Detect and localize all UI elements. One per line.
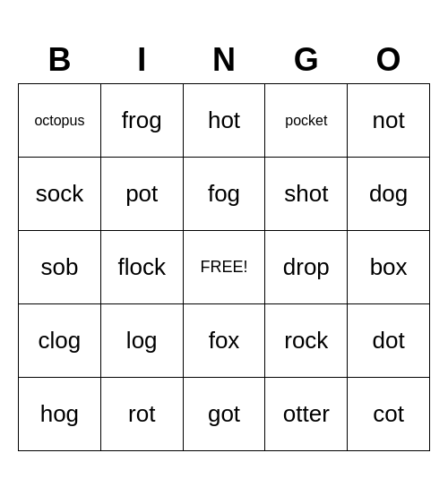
bingo-cell-r0-c0: octopus <box>19 84 101 158</box>
bingo-cell-r4-c3: otter <box>265 378 348 451</box>
header-cell-n: N <box>183 36 265 84</box>
bingo-cell-r1-c0: sock <box>19 158 101 231</box>
bingo-card: BINGO octopusfroghotpocketnotsockpotfogs… <box>18 36 430 452</box>
bingo-cell-r4-c1: rot <box>100 378 183 451</box>
bingo-cell-r3-c0: clog <box>19 304 101 378</box>
header-cell-o: O <box>348 36 430 84</box>
bingo-cell-r0-c4: not <box>348 84 430 158</box>
bingo-cell-r3-c3: rock <box>265 304 348 378</box>
bingo-row-2: sobflockFREE!dropbox <box>19 231 430 304</box>
bingo-cell-r1-c4: dog <box>348 158 430 231</box>
bingo-cell-r2-c4: box <box>348 231 430 304</box>
bingo-row-3: cloglogfoxrockdot <box>19 304 430 378</box>
bingo-cell-r4-c2: got <box>183 378 265 451</box>
bingo-cell-r1-c2: fog <box>183 158 265 231</box>
bingo-cell-r2-c0: sob <box>19 231 101 304</box>
bingo-cell-r1-c1: pot <box>100 158 183 231</box>
bingo-cell-r0-c3: pocket <box>265 84 348 158</box>
bingo-cell-r0-c2: hot <box>183 84 265 158</box>
bingo-cell-r2-c3: drop <box>265 231 348 304</box>
bingo-row-4: hogrotgotottercot <box>19 378 430 451</box>
bingo-cell-r1-c3: shot <box>265 158 348 231</box>
bingo-cell-r3-c4: dot <box>348 304 430 378</box>
header-cell-i: I <box>100 36 183 84</box>
bingo-cell-r0-c1: frog <box>100 84 183 158</box>
bingo-cell-r4-c0: hog <box>19 378 101 451</box>
header-cell-b: B <box>19 36 101 84</box>
bingo-header-row: BINGO <box>19 36 430 84</box>
bingo-row-0: octopusfroghotpocketnot <box>19 84 430 158</box>
bingo-cell-r3-c1: log <box>100 304 183 378</box>
bingo-cell-r4-c4: cot <box>348 378 430 451</box>
bingo-cell-r3-c2: fox <box>183 304 265 378</box>
header-cell-g: G <box>265 36 348 84</box>
bingo-row-1: sockpotfogshotdog <box>19 158 430 231</box>
bingo-cell-r2-c1: flock <box>100 231 183 304</box>
bingo-cell-r2-c2: FREE! <box>183 231 265 304</box>
